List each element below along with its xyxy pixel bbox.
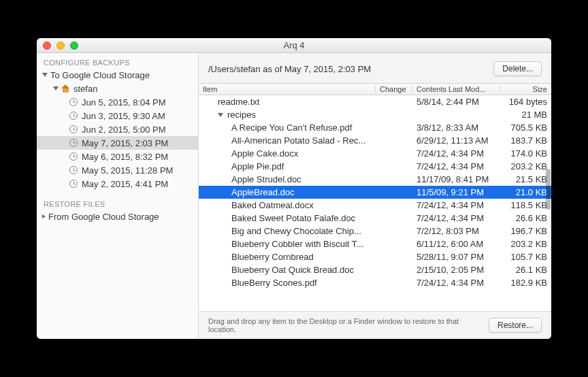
table-header: Item Change Contents Last Mod... Size bbox=[199, 83, 551, 95]
cell-size: 21.5 KB bbox=[501, 174, 551, 184]
table-row[interactable]: Apple Pie.pdf7/24/12, 4:34 PM203.2 KB bbox=[199, 160, 551, 173]
file-table-body[interactable]: readme.txt5/8/14, 2:44 PM164 bytesrecipe… bbox=[199, 95, 551, 311]
path-text: /Users/stefan as of May 7, 2015, 2:03 PM bbox=[208, 64, 493, 74]
clock-icon bbox=[69, 98, 78, 106]
snapshot-row[interactable]: May 7, 2015, 2:03 PM bbox=[37, 136, 198, 150]
restore-button[interactable]: Restore... bbox=[489, 318, 542, 333]
restore-source-label: From Google Cloud Storage bbox=[48, 212, 159, 222]
cell-modified: 2/15/10, 2:05 PM bbox=[412, 265, 501, 275]
close-icon[interactable] bbox=[43, 42, 51, 50]
col-change[interactable]: Change bbox=[376, 85, 412, 93]
disclosure-down-icon[interactable] bbox=[53, 86, 59, 91]
table-row[interactable]: Blueberry Cobbler with Biscuit T...6/11/… bbox=[199, 237, 551, 250]
cell-item: Apple Strudel.doc bbox=[199, 174, 376, 184]
footer-hint: Drag and drop any item to the Desktop or… bbox=[208, 317, 489, 333]
table-row[interactable]: Big and Chewy Chocolate Chip...7/2/12, 8… bbox=[199, 225, 551, 237]
table-row[interactable]: Baked Sweet Potato Falafe.doc7/24/12, 4:… bbox=[199, 212, 551, 225]
disclosure-right-icon[interactable] bbox=[42, 214, 46, 218]
file-name: A Recipe You Can't Refuse.pdf bbox=[231, 122, 352, 133]
file-name: BlueBerry Scones.pdf bbox=[231, 278, 317, 288]
table-row[interactable]: A Recipe You Can't Refuse.pdf3/8/12, 8:3… bbox=[199, 121, 551, 134]
table-row[interactable]: AppleBread.doc11/5/09, 9:21 PM21.0 KB bbox=[199, 186, 551, 199]
zoom-icon[interactable] bbox=[70, 42, 78, 50]
file-name: AppleBread.doc bbox=[231, 187, 295, 197]
col-size[interactable]: Size bbox=[501, 85, 551, 93]
cell-size: 164 bytes bbox=[501, 97, 551, 107]
table-row[interactable]: readme.txt5/8/14, 2:44 PM164 bytes bbox=[199, 95, 551, 108]
cell-size: 21 MB bbox=[501, 110, 551, 120]
snapshot-label: Jun 2, 2015, 5:00 PM bbox=[82, 125, 166, 135]
cell-size: 105.7 KB bbox=[501, 252, 551, 262]
cell-modified: 7/2/12, 8:03 PM bbox=[412, 226, 501, 236]
cell-modified: 7/24/12, 4:34 PM bbox=[412, 148, 501, 159]
file-name: Apple Pie.pdf bbox=[231, 161, 284, 171]
restore-files-label: RESTORE FILES bbox=[37, 197, 198, 210]
cell-item: Apple Pie.pdf bbox=[199, 161, 376, 171]
cell-size: 26.6 KB bbox=[501, 213, 551, 223]
table-row[interactable]: Baked Oatmeal.docx7/24/12, 4:34 PM118.5 … bbox=[199, 199, 551, 212]
clock-icon bbox=[69, 125, 78, 133]
cell-item: All-American Potato Salad - Rec... bbox=[199, 135, 376, 146]
account-row[interactable]: stefan bbox=[37, 82, 198, 95]
disclosure-down-icon[interactable] bbox=[42, 73, 48, 77]
file-name: readme.txt bbox=[218, 97, 259, 107]
backup-target-row[interactable]: To Google Cloud Storage bbox=[37, 68, 198, 82]
cell-size: 174.0 KB bbox=[501, 148, 551, 159]
col-item[interactable]: Item bbox=[199, 85, 376, 93]
cell-size: 182.9 KB bbox=[501, 278, 551, 288]
table-row[interactable]: Blueberry Cornbread5/28/11, 9:07 PM105.7… bbox=[199, 250, 551, 263]
cell-modified: 6/29/12, 11:13 AM bbox=[412, 135, 501, 146]
cell-modified: 7/24/12, 4:34 PM bbox=[412, 278, 501, 288]
cell-modified: 11/5/09, 9:21 PM bbox=[412, 187, 501, 197]
restore-source-row[interactable]: From Google Cloud Storage bbox=[37, 210, 198, 223]
snapshot-row[interactable]: Jun 3, 2015, 9:30 AM bbox=[37, 109, 198, 122]
home-folder-icon bbox=[61, 85, 70, 93]
table-row[interactable]: Apple Strudel.doc11/17/09, 8:41 PM21.5 K… bbox=[199, 173, 551, 186]
clock-icon bbox=[69, 112, 78, 120]
cell-size: 705.5 KB bbox=[501, 122, 551, 133]
cell-size: 21.0 KB bbox=[501, 187, 551, 197]
file-name: Apple Cake.docx bbox=[231, 148, 298, 159]
snapshot-row[interactable]: Jun 5, 2015, 8:04 PM bbox=[37, 95, 198, 109]
cell-item: AppleBread.doc bbox=[199, 187, 376, 197]
file-name: recipes bbox=[227, 110, 256, 120]
cell-item: Baked Oatmeal.docx bbox=[199, 200, 376, 210]
snapshot-list: Jun 5, 2015, 8:04 PMJun 3, 2015, 9:30 AM… bbox=[37, 95, 198, 191]
backup-target-label: To Google Cloud Storage bbox=[50, 70, 150, 80]
cell-size: 203.2 KB bbox=[501, 239, 551, 249]
titlebar[interactable]: Arq 4 bbox=[37, 38, 551, 53]
table-row[interactable]: recipes21 MB bbox=[199, 108, 551, 121]
footer-bar: Drag and drop any item to the Desktop or… bbox=[199, 311, 551, 339]
delete-button[interactable]: Delete... bbox=[493, 61, 542, 76]
clock-icon bbox=[69, 166, 78, 174]
disclosure-down-icon[interactable] bbox=[218, 113, 223, 117]
table-row[interactable]: BlueBerry Scones.pdf7/24/12, 4:34 PM182.… bbox=[199, 276, 551, 289]
cell-item: Blueberry Oat Quick Bread.doc bbox=[199, 265, 376, 275]
file-name: Blueberry Cobbler with Biscuit T... bbox=[231, 239, 363, 249]
file-name: Blueberry Cornbread bbox=[231, 252, 314, 262]
clock-icon bbox=[69, 152, 78, 161]
scrollbar-thumb[interactable] bbox=[546, 169, 551, 210]
table-row[interactable]: Blueberry Oat Quick Bread.doc2/15/10, 2:… bbox=[199, 263, 551, 276]
snapshot-row[interactable]: May 2, 2015, 4:41 PM bbox=[37, 177, 198, 191]
snapshot-row[interactable]: May 5, 2015, 11:28 PM bbox=[37, 163, 198, 177]
sidebar: CONFIGURE BACKUPS To Google Cloud Storag… bbox=[37, 53, 199, 339]
table-row[interactable]: All-American Potato Salad - Rec...6/29/1… bbox=[199, 134, 551, 147]
snapshot-label: May 5, 2015, 11:28 PM bbox=[82, 165, 173, 176]
minimize-icon[interactable] bbox=[56, 42, 65, 50]
cell-modified: 7/24/12, 4:34 PM bbox=[412, 200, 501, 210]
snapshot-label: May 2, 2015, 4:41 PM bbox=[82, 179, 168, 189]
table-row[interactable]: Apple Cake.docx7/24/12, 4:34 PM174.0 KB bbox=[199, 147, 551, 160]
cell-item: Blueberry Cobbler with Biscuit T... bbox=[199, 239, 376, 249]
snapshot-row[interactable]: Jun 2, 2015, 5:00 PM bbox=[37, 122, 198, 136]
snapshot-row[interactable]: May 6, 2015, 8:32 PM bbox=[37, 150, 198, 163]
snapshot-label: May 6, 2015, 8:32 PM bbox=[82, 152, 168, 162]
cell-modified: 7/24/12, 4:34 PM bbox=[412, 161, 501, 171]
cell-size: 26.1 KB bbox=[501, 265, 551, 275]
col-modified[interactable]: Contents Last Mod... bbox=[412, 85, 501, 93]
cell-item: recipes bbox=[199, 110, 376, 120]
window-title: Arq 4 bbox=[283, 40, 304, 50]
file-name: Baked Sweet Potato Falafe.doc bbox=[231, 213, 355, 223]
cell-size: 118.5 KB bbox=[501, 200, 551, 210]
account-label: stefan bbox=[74, 84, 97, 94]
